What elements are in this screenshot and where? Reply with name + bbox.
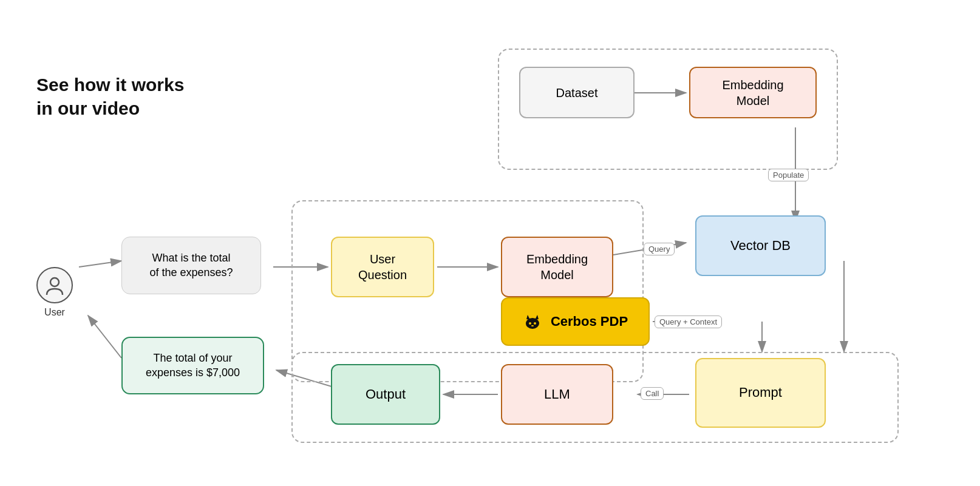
diagram-container: See how it works in our video Dataset Em… <box>0 0 980 486</box>
user-question-box: User Question <box>331 237 434 297</box>
page-title: See how it works in our video <box>36 73 184 120</box>
prompt-box: Prompt <box>695 358 826 428</box>
svg-point-21 <box>534 322 536 325</box>
user-icon: User <box>36 267 73 318</box>
cerbos-pdp-box: Cerbos PDP <box>501 297 650 346</box>
svg-marker-19 <box>535 315 539 320</box>
user-label: User <box>44 307 65 318</box>
svg-marker-18 <box>526 315 530 320</box>
query-context-label: Query + Context <box>655 316 722 328</box>
user-question-bubble: What is the total of the expenses? <box>121 237 261 294</box>
cerbos-icon <box>523 312 542 331</box>
user-answer-bubble: The total of your expenses is $7,000 <box>121 337 264 394</box>
svg-line-15 <box>88 316 121 358</box>
svg-point-17 <box>526 318 539 329</box>
svg-line-16 <box>79 261 121 267</box>
svg-point-20 <box>529 322 531 325</box>
embedding-model-top-box: Embedding Model <box>689 67 817 118</box>
svg-point-23 <box>50 278 59 286</box>
vector-db-box: Vector DB <box>695 215 826 276</box>
user-avatar-icon <box>44 274 66 296</box>
output-box: Output <box>331 364 440 425</box>
populate-label: Populate <box>768 169 809 181</box>
call-label: Call <box>641 387 664 400</box>
llm-box: LLM <box>501 364 613 425</box>
svg-rect-22 <box>531 325 534 326</box>
query-label: Query <box>644 243 675 255</box>
embedding-model-mid-box: Embedding Model <box>501 237 613 297</box>
dataset-box: Dataset <box>519 67 635 118</box>
